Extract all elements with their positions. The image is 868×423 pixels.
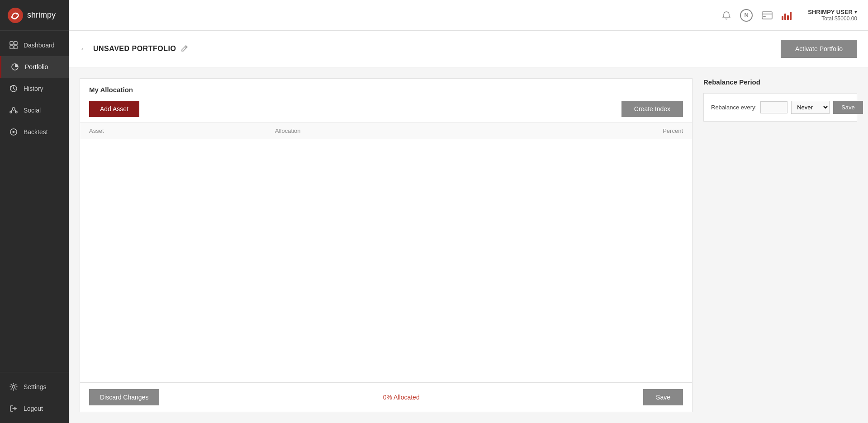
svg-line-11 [11,110,12,111]
sidebar-item-history[interactable]: History [0,78,69,99]
billing-icon[interactable] [762,11,773,19]
allocation-table-header: Asset Allocation Percent [80,122,692,139]
svg-rect-2 [10,42,13,45]
svg-rect-3 [14,42,17,45]
chevron-icon: ▾ [854,9,857,15]
activate-portfolio-button[interactable]: Activate Portfolio [781,40,857,58]
svg-line-12 [15,110,16,111]
svg-point-15 [13,131,14,133]
svg-point-0 [8,8,23,23]
portfolio-title: UNSAVED PORTFOLIO [93,45,176,53]
sidebar-item-dashboard[interactable]: Dashboard [0,34,69,56]
create-index-button[interactable]: Create Index [621,101,683,117]
sidebar-item-logout-label: Logout [24,405,43,412]
col-header-allocation: Allocation [275,127,647,134]
social-icon [9,106,18,115]
allocated-text: 0% Allocated [383,394,420,401]
rebalance-frequency-select[interactable]: Never 1 Hour 1 Day 1 Week 1 Month [791,101,830,114]
dashboard-icon [9,41,18,50]
settings-icon [9,382,18,391]
header: N SHRIMPY USER ▾ T [69,0,868,31]
allocation-section-title: My Allocation [80,79,692,97]
sidebar-item-settings[interactable]: Settings [0,376,69,398]
rebalance-row: Rebalance every: Never 1 Hour 1 Day 1 We… [711,101,849,114]
sidebar-logo: shrimpy [0,0,69,31]
logout-icon [9,404,18,413]
sidebar-item-portfolio-label: Portfolio [25,63,48,70]
history-icon [9,84,18,93]
shrimpy-logo-icon [7,7,24,24]
sidebar-bottom: Settings Logout [0,372,69,423]
user-total: Total $5000.00 [821,15,857,22]
sidebar-nav: Dashboard Portfolio History [0,31,69,372]
header-icons: N SHRIMPY USER ▾ T [722,9,857,22]
portfolio-header: ← UNSAVED PORTFOLIO Activate Portfolio [69,31,868,67]
sidebar-item-backtest[interactable]: Backtest [0,121,69,143]
page-content: ← UNSAVED PORTFOLIO Activate Portfolio M… [69,31,868,423]
main-area: My Allocation Add Asset Create Index Ass… [69,67,868,423]
back-button[interactable]: ← [80,44,88,54]
sidebar-item-history-label: History [24,85,43,92]
edit-icon[interactable] [181,45,188,53]
allocation-table-body [80,139,692,382]
sidebar-item-logout[interactable]: Logout [0,398,69,419]
sidebar-item-social-label: Social [24,107,41,114]
n-badge[interactable]: N [740,9,753,22]
sidebar-item-backtest-label: Backtest [24,128,48,136]
sidebar: shrimpy Dashboard Portfoli [0,0,69,423]
sidebar-item-settings-label: Settings [24,383,47,390]
portfolio-icon [10,62,19,71]
rebalance-number-input[interactable] [760,101,787,113]
rebalance-section-title: Rebalance Period [703,78,857,86]
svg-point-16 [12,385,15,388]
svg-line-21 [185,47,186,48]
rebalance-panel: Rebalance Period Rebalance every: Never … [703,78,857,412]
bar-chart-icon [782,11,792,20]
svg-rect-4 [10,46,13,49]
svg-point-1 [16,13,18,14]
svg-rect-5 [14,46,17,49]
sidebar-item-social[interactable]: Social [0,99,69,121]
rebalance-save-button[interactable]: Save [833,101,863,114]
svg-point-9 [10,111,12,113]
save-allocation-button[interactable]: Save [643,389,683,405]
col-header-asset: Asset [89,127,275,134]
svg-point-8 [12,108,15,110]
header-user: SHRIMPY USER ▾ Total $5000.00 [808,9,857,22]
main-wrapper: N SHRIMPY USER ▾ T [69,0,868,423]
col-header-percent: Percent [647,127,683,134]
notification-icon[interactable] [722,11,731,20]
rebalance-card: Rebalance every: Never 1 Hour 1 Day 1 We… [703,93,857,122]
svg-rect-18 [762,12,772,19]
allocation-toolbar: Add Asset Create Index [80,97,692,122]
allocation-panel: My Allocation Add Asset Create Index Ass… [80,78,693,412]
user-name[interactable]: SHRIMPY USER ▾ [808,9,857,15]
app-name: shrimpy [27,10,56,20]
sidebar-item-portfolio[interactable]: Portfolio [0,56,69,78]
discard-changes-button[interactable]: Discard Changes [89,389,159,405]
allocation-footer: Discard Changes 0% Allocated Save [80,382,692,412]
rebalance-label: Rebalance every: [711,104,757,111]
svg-point-10 [15,111,17,113]
portfolio-title-row: ← UNSAVED PORTFOLIO [80,44,188,54]
sidebar-item-dashboard-label: Dashboard [24,42,55,49]
backtest-icon [9,127,18,136]
add-asset-button[interactable]: Add Asset [89,101,139,117]
